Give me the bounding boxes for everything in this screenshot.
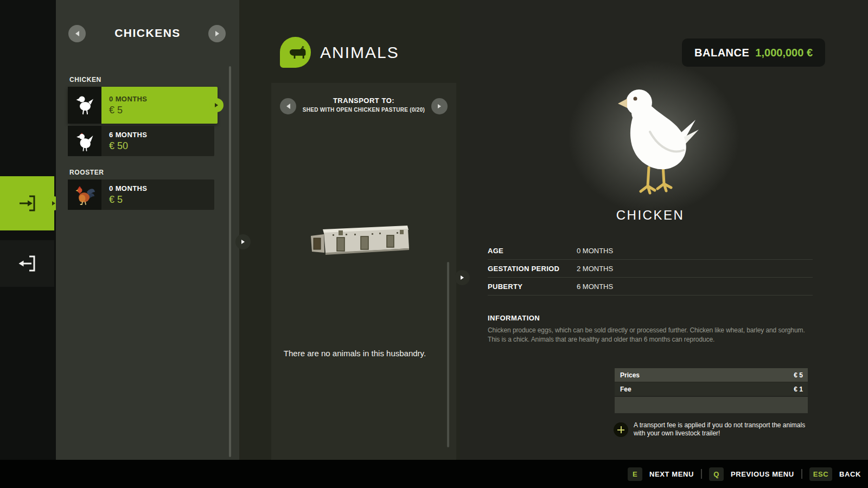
animals-cow-icon	[280, 37, 311, 68]
page-title: ANIMALS	[320, 43, 399, 62]
item-text: 0 MONTHS € 5	[101, 87, 147, 124]
key-action-label: NEXT MENU	[649, 470, 694, 478]
left-rail	[0, 0, 56, 460]
panel-expand-handle[interactable]	[455, 270, 470, 285]
info-plus-button[interactable]	[614, 422, 628, 437]
animal-item-rooster-0-months[interactable]: 0 MONTHS € 5	[68, 179, 214, 210]
stat-value: 0 MONTHS	[577, 247, 613, 255]
stat-row-gestation: GESTATION PERIOD 2 MONTHS	[488, 260, 813, 278]
item-age: 6 MONTHS	[109, 131, 147, 139]
information-line: Chicken produce eggs, which can be sold …	[488, 326, 805, 335]
balance-label: BALANCE	[694, 47, 749, 59]
chevron-right-icon	[241, 240, 245, 244]
footer-next-menu[interactable]: E NEXT MENU	[628, 467, 694, 481]
note-line: A transport fee is applied if you do not…	[634, 421, 805, 429]
stat-value: 6 MONTHS	[577, 282, 613, 291]
stat-row-puberty: PUBERTY 6 MONTHS	[488, 278, 813, 296]
plus-icon	[617, 426, 624, 433]
tab-buy-animals[interactable]	[0, 176, 54, 230]
arrow-right-icon	[215, 31, 219, 36]
footer-previous-menu[interactable]: Q PREVIOUS MENU	[709, 467, 794, 481]
transport-header: TRANSPORT TO: SHED WITH OPEN CHICKEN PAS…	[293, 97, 435, 113]
price-value: € 5	[794, 371, 803, 379]
sidebar-scrollbar[interactable]	[229, 66, 231, 457]
transport-destination: SHED WITH OPEN CHICKEN PASTURE (0/20)	[293, 107, 435, 113]
husbandry-scrollbar[interactable]	[447, 262, 449, 447]
information-line: This is a chick. Animals that are health…	[488, 335, 805, 344]
animal-detail-panel: BALANCE 1,000,000 € CHICKEN AGE 0 MONTHS	[460, 0, 868, 460]
selected-item-notch	[209, 98, 224, 112]
animals-buy-screen: CHICKENS CHICKEN	[0, 0, 868, 488]
key-chip-esc: ESC	[809, 467, 832, 481]
transport-fee-note: A transport fee is applied if you do not…	[614, 421, 805, 438]
empty-husbandry-message: There are no animals in this husbandry.	[273, 349, 436, 358]
hen-icon	[68, 126, 101, 156]
price-value: € 1	[794, 386, 803, 393]
page-header: ANIMALS	[280, 37, 399, 68]
information-title: INFORMATION	[488, 314, 540, 322]
chevron-right-icon	[215, 103, 218, 107]
husbandry-panel: TRANSPORT TO: SHED WITH OPEN CHICKEN PAS…	[271, 83, 456, 460]
key-chip-e: E	[628, 467, 642, 481]
price-label: Fee	[620, 386, 631, 393]
item-price: € 5	[109, 194, 147, 206]
information-text: Chicken produce eggs, which can be sold …	[488, 326, 805, 344]
stat-value: 2 MONTHS	[577, 265, 613, 273]
section-label-chicken: CHICKEN	[69, 76, 101, 84]
item-price: € 50	[109, 140, 147, 152]
stat-label: GESTATION PERIOD	[488, 265, 577, 273]
chevron-right-icon	[52, 201, 55, 206]
item-text: 6 MONTHS € 50	[101, 126, 147, 156]
chick-icon	[68, 87, 101, 124]
rooster-icon	[68, 179, 101, 210]
stat-row-age: AGE 0 MONTHS	[488, 242, 813, 260]
keybind-footer: E NEXT MENU Q PREVIOUS MENU ESC BACK	[0, 460, 868, 488]
stat-label: AGE	[488, 247, 577, 255]
transport-to-label: TRANSPORT TO:	[293, 97, 435, 105]
husbandry-next-button[interactable]	[431, 98, 448, 114]
item-age: 0 MONTHS	[109, 95, 147, 103]
enter-icon	[15, 191, 40, 216]
item-text: 0 MONTHS € 5	[101, 179, 147, 210]
stat-label: PUBERTY	[488, 282, 577, 291]
item-age: 0 MONTHS	[109, 184, 147, 192]
husbandry-building-thumbnail	[307, 223, 417, 258]
footer-separator	[801, 469, 802, 479]
price-row-prices: Prices € 5	[615, 368, 808, 382]
chevron-right-icon	[461, 275, 464, 280]
animal-name-title: CHICKEN	[488, 208, 813, 223]
key-action-label: BACK	[839, 470, 861, 478]
amount-input[interactable]	[615, 397, 808, 413]
arrow-left-icon	[286, 104, 290, 109]
price-label: Prices	[620, 371, 640, 379]
note-line: with your own livestock trailer!	[634, 429, 805, 438]
tab-sell-animals[interactable]	[0, 240, 54, 287]
animal-item-chicken-0-months[interactable]: 0 MONTHS € 5	[68, 87, 218, 124]
footer-back[interactable]: ESC BACK	[809, 467, 861, 481]
husbandry-column: ANIMALS TRANSPORT TO: SHED WITH OPEN CHI…	[239, 0, 460, 460]
note-text: A transport fee is applied if you do not…	[634, 421, 805, 438]
exit-icon	[15, 251, 40, 276]
animal-item-chicken-6-months[interactable]: 6 MONTHS € 50	[68, 126, 214, 156]
price-table: Prices € 5 Fee € 1	[615, 368, 808, 413]
animal-stats-table: AGE 0 MONTHS GESTATION PERIOD 2 MONTHS P…	[488, 242, 813, 296]
footer-separator	[701, 469, 702, 479]
animal-list-sidebar: CHICKENS CHICKEN	[56, 0, 239, 460]
key-chip-q: Q	[709, 467, 724, 481]
item-price: € 5	[109, 105, 147, 116]
sidebar-expand-handle[interactable]	[235, 234, 251, 249]
category-next-button[interactable]	[208, 25, 226, 42]
section-label-rooster: ROOSTER	[69, 169, 104, 176]
balance-amount: 1,000,000 €	[755, 47, 813, 59]
price-row-fee: Fee € 1	[615, 382, 808, 396]
key-action-label: PREVIOUS MENU	[731, 470, 794, 478]
chicken-image	[602, 81, 705, 196]
arrow-right-icon	[438, 104, 441, 108]
